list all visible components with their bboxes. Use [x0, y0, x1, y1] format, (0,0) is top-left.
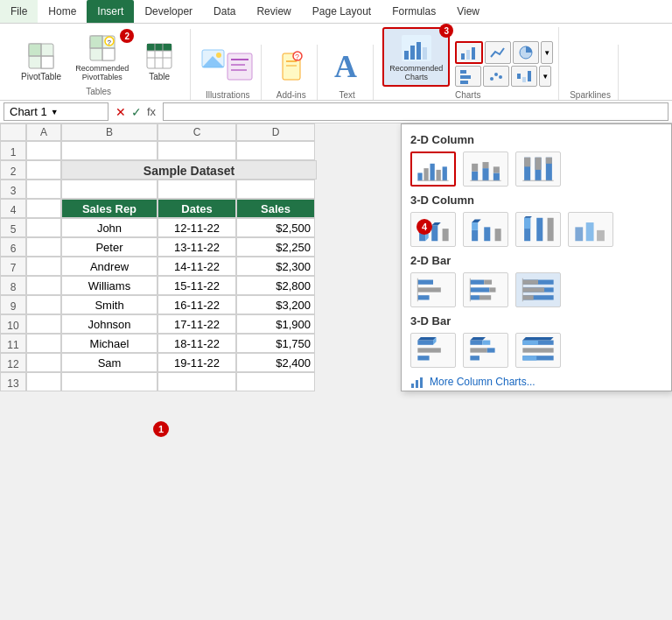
name-box-dropdown[interactable]: ▼: [51, 108, 59, 116]
cell-c11[interactable]: 18-11-22: [158, 334, 236, 353]
svg-rect-78: [484, 227, 490, 241]
cell-c1[interactable]: [158, 141, 236, 160]
tab-file[interactable]: File: [0, 0, 38, 23]
cell-c4-header[interactable]: Dates: [158, 199, 236, 218]
text-group-label: Text: [340, 90, 355, 100]
cell-d6[interactable]: $2,250: [236, 237, 315, 257]
table-button[interactable]: Table: [137, 37, 181, 85]
cell-d3[interactable]: [236, 180, 315, 199]
cell-d10[interactable]: $1,900: [236, 314, 315, 334]
cell-d11[interactable]: $1,750: [236, 334, 315, 353]
function-icon[interactable]: fx: [147, 105, 156, 119]
tab-formulas[interactable]: Formulas: [382, 0, 446, 23]
cell-c10[interactable]: 17-11-22: [158, 314, 236, 334]
corner-cell: [0, 123, 26, 141]
chevron-down-charts[interactable]: ▼: [541, 41, 553, 64]
chart-icon-3d-bar-1[interactable]: [410, 333, 456, 368]
chevron-down-charts2[interactable]: ▼: [539, 66, 551, 87]
cell-c13[interactable]: [158, 372, 236, 391]
cell-b5[interactable]: John: [61, 218, 158, 237]
tab-review[interactable]: Review: [246, 0, 301, 23]
pivot-table-button[interactable]: PivotTable: [16, 37, 66, 85]
confirm-icon[interactable]: ✓: [131, 105, 142, 119]
chart-icon-2d-col-1[interactable]: [410, 151, 456, 187]
cell-b11[interactable]: Michael: [61, 334, 158, 353]
cell-b12[interactable]: Sam: [61, 353, 158, 372]
cell-c6[interactable]: 13-11-22: [158, 237, 236, 257]
svg-rect-2: [41, 56, 53, 68]
name-box[interactable]: Chart 1 ▼: [4, 102, 108, 121]
cell-d8[interactable]: $2,800: [236, 276, 315, 295]
cancel-icon[interactable]: ✕: [116, 105, 126, 119]
recommended-charts-container: RecommendedCharts 3: [382, 27, 450, 87]
chart-icon-2d-col-3[interactable]: [515, 151, 561, 187]
more-column-charts-link[interactable]: More Column Charts...: [410, 375, 662, 389]
svg-rect-56: [472, 164, 478, 172]
tab-view[interactable]: View: [446, 0, 490, 23]
cell-c9[interactable]: 16-11-22: [158, 295, 236, 314]
chart-row-3d-bar: [410, 333, 662, 368]
cell-b13[interactable]: [61, 372, 158, 391]
pie-chart-button[interactable]: [513, 41, 539, 64]
cell-c5[interactable]: 12-11-22: [158, 218, 236, 237]
cell-d1[interactable]: [236, 141, 315, 160]
chart-icon-3d-bar-3[interactable]: [515, 333, 561, 368]
chart-icon-2d-bar-2[interactable]: [463, 272, 508, 307]
cell-b7[interactable]: Andrew: [61, 257, 158, 276]
cell-c12[interactable]: 19-11-22: [158, 353, 236, 372]
scatter-chart-button[interactable]: [483, 66, 509, 87]
cell-c8[interactable]: 15-11-22: [158, 276, 236, 295]
cell-a1[interactable]: [26, 141, 61, 160]
tab-data[interactable]: Data: [203, 0, 246, 23]
cell-a13[interactable]: [26, 372, 61, 391]
main-content: A B C D 1 2 Sample Dataset 3: [0, 123, 672, 391]
cell-a10[interactable]: [26, 314, 61, 334]
chart-icon-3d-bar-2[interactable]: [463, 333, 508, 368]
cell-a5[interactable]: [26, 218, 61, 237]
cell-a11[interactable]: [26, 334, 61, 353]
cell-d5[interactable]: $2,500: [236, 218, 315, 237]
tab-home[interactable]: Home: [38, 0, 87, 23]
cell-a6[interactable]: [26, 237, 61, 257]
bar-chart-button[interactable]: [455, 66, 481, 87]
cell-a8[interactable]: [26, 276, 61, 295]
cell-b6[interactable]: Peter: [61, 237, 158, 257]
cell-d12[interactable]: $2,400: [236, 353, 315, 372]
tab-developer[interactable]: Developer: [134, 0, 203, 23]
cell-b3[interactable]: [61, 180, 158, 199]
chart-icon-3d-col-3[interactable]: [515, 212, 561, 247]
cell-d13[interactable]: [236, 372, 315, 391]
cell-a2[interactable]: [26, 160, 61, 180]
chart-icon-2d-bar-3[interactable]: [515, 272, 561, 307]
cell-d9[interactable]: $3,200: [236, 295, 315, 314]
chart-icon-2d-bar-1[interactable]: [410, 272, 456, 307]
cell-d7[interactable]: $2,300: [236, 257, 315, 276]
recommended-charts-button[interactable]: RecommendedCharts: [382, 27, 450, 87]
column-chart-button[interactable]: [455, 41, 483, 64]
chart-icon-2d-col-2[interactable]: [463, 151, 508, 187]
waterfall-chart-button[interactable]: [511, 66, 537, 87]
cell-b1[interactable]: [61, 141, 158, 160]
svg-rect-58: [482, 162, 488, 168]
cell-a7[interactable]: [26, 257, 61, 276]
cell-b4-header[interactable]: Sales Rep: [61, 199, 158, 218]
cell-a3[interactable]: [26, 180, 61, 199]
cell-a4[interactable]: [26, 199, 61, 218]
tab-page-layout[interactable]: Page Layout: [302, 0, 382, 23]
tab-insert[interactable]: Insert: [87, 0, 134, 23]
formula-input[interactable]: [163, 102, 668, 121]
cell-a12[interactable]: [26, 353, 61, 372]
cell-c3[interactable]: [158, 180, 236, 199]
cell-b9[interactable]: Smith: [61, 295, 158, 314]
cell-b10[interactable]: Johnson: [61, 314, 158, 334]
svg-rect-76: [472, 222, 478, 230]
cell-a9[interactable]: [26, 295, 61, 314]
cell-b2-title[interactable]: Sample Dataset: [61, 160, 317, 180]
cell-d4-header[interactable]: Sales: [236, 199, 315, 218]
table-label: Table: [149, 72, 170, 81]
line-chart-button[interactable]: [485, 41, 511, 64]
cell-b8[interactable]: Williams: [61, 276, 158, 295]
chart-icon-3d-col-4[interactable]: [568, 212, 613, 247]
cell-c7[interactable]: 14-11-22: [158, 257, 236, 276]
chart-icon-3d-col-2[interactable]: [463, 212, 508, 247]
